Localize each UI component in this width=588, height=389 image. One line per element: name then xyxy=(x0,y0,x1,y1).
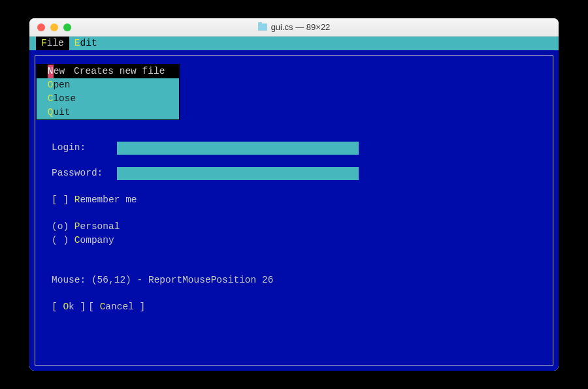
menu-file-rest: ile xyxy=(47,38,64,48)
traffic-lights xyxy=(29,23,71,31)
terminal-window: gui.cs — 89×22 File Edit Login: Password… xyxy=(29,18,559,371)
radio-company[interactable]: ( ) Company xyxy=(52,234,540,247)
close-window-button[interactable] xyxy=(37,23,45,31)
password-row: Password: xyxy=(52,166,540,180)
menubar: File Edit xyxy=(29,37,559,50)
file-menu-dropdown: New Creates new file Open Close Quit xyxy=(36,64,180,120)
terminal-area: File Edit Login: Password: [ ] Remember … xyxy=(29,37,559,371)
status-text: Mouse: (56,12) - ReportMousePosition 26 xyxy=(52,273,540,287)
checkbox-rest: emember me xyxy=(80,194,137,205)
menu-item-new[interactable]: New Creates new file xyxy=(37,65,179,78)
menu-edit[interactable]: Edit xyxy=(69,37,103,50)
login-input[interactable] xyxy=(117,142,359,155)
menu-edit-rest: dit xyxy=(80,38,97,48)
radio-personal-hotkey: P xyxy=(74,221,80,232)
ok-button[interactable]: [ Ok ] xyxy=(52,300,86,314)
menu-item-open[interactable]: Open xyxy=(37,78,179,92)
remember-checkbox[interactable]: [ ] Remember me xyxy=(52,193,540,207)
menu-edit-hotkey: E xyxy=(74,38,80,48)
menu-file[interactable]: File xyxy=(36,37,69,50)
checkbox-hotkey: R xyxy=(74,194,80,205)
cancel-button[interactable]: [ Cancel ] xyxy=(88,300,145,314)
menu-item-quit[interactable]: Quit xyxy=(37,106,179,119)
login-label: Login: xyxy=(52,141,117,155)
titlebar: gui.cs — 89×22 xyxy=(29,18,559,37)
login-row: Login: xyxy=(52,141,540,155)
radio-personal[interactable]: (o) Personal xyxy=(52,220,540,234)
password-input[interactable] xyxy=(117,167,359,180)
checkbox-box: [ ] xyxy=(52,194,74,205)
menu-item-close[interactable]: Close xyxy=(37,92,179,106)
radio-company-hotkey: C xyxy=(74,235,80,245)
folder-icon xyxy=(258,23,267,31)
radio-company-rest: ompany xyxy=(80,235,114,245)
button-row: [ Ok ] [ Cancel ] xyxy=(52,300,540,314)
minimize-window-button[interactable] xyxy=(50,23,58,31)
menu-file-hotkey: F xyxy=(41,38,47,48)
window-title: gui.cs — 89×22 xyxy=(271,22,331,32)
radio-company-mark: ( ) xyxy=(52,235,74,245)
password-label: Password: xyxy=(52,166,117,180)
window-title-wrap: gui.cs — 89×22 xyxy=(29,22,559,32)
menu-new-desc: Creates new file xyxy=(74,65,165,78)
radio-personal-mark: (o) xyxy=(52,221,74,232)
menu-new-hotkey: N xyxy=(48,65,54,78)
zoom-window-button[interactable] xyxy=(63,23,71,31)
radio-personal-rest: ersonal xyxy=(80,221,120,232)
